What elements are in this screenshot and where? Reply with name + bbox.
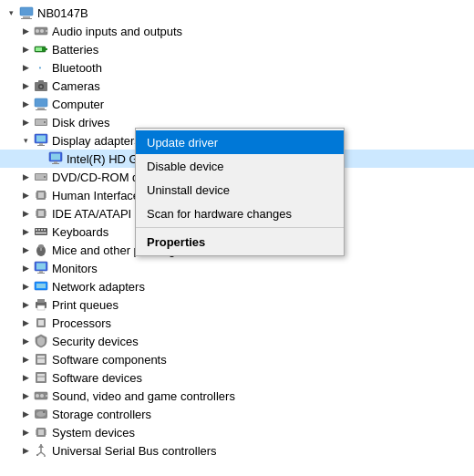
svg-rect-69 <box>37 356 45 363</box>
chevron-audio: ▶ <box>18 24 33 38</box>
chevron-displayadapters: ▾ <box>18 133 33 148</box>
tree-item-softwaredevices[interactable]: ▶Software devices <box>0 368 474 387</box>
svg-rect-17 <box>36 109 46 110</box>
tree-label-bluetooth: Bluetooth <box>52 61 102 75</box>
tree-item-computer[interactable]: ▶Computer <box>0 95 474 113</box>
tree-item-networkadapters[interactable]: ▶Network adapters <box>0 277 474 295</box>
svg-rect-65 <box>37 305 45 310</box>
printer-icon <box>33 296 49 313</box>
chevron-processors: ▶ <box>18 316 33 330</box>
svg-rect-51 <box>41 229 43 231</box>
svg-line-92 <box>41 452 45 455</box>
battery-icon <box>33 41 49 57</box>
tree-item-nb0147b[interactable]: ▾NB0147B <box>0 4 474 22</box>
svg-rect-8 <box>46 48 47 50</box>
tree-item-printqueues[interactable]: ▶Print queues <box>0 295 474 314</box>
svg-text:⬞: ⬞ <box>36 61 44 75</box>
menu-item-disable[interactable]: Disable device <box>136 154 344 178</box>
svg-point-56 <box>38 244 44 248</box>
chevron-securitydevices: ▶ <box>18 334 33 348</box>
tree-label-monitors: Monitors <box>52 262 98 275</box>
context-menu: Update driverDisable deviceUninstall dev… <box>135 128 345 256</box>
tree-label-softwaredevices: Software devices <box>52 371 142 385</box>
svg-rect-60 <box>37 273 45 274</box>
tree-item-audio[interactable]: ▶Audio inputs and outputs <box>0 22 474 40</box>
menu-item-uninstall[interactable]: Uninstall device <box>136 178 344 202</box>
svg-point-13 <box>40 86 43 88</box>
tree-label-processors: Processors <box>52 316 111 330</box>
tree-item-soundvideo[interactable]: ▶Sound, video and game controllers <box>0 387 474 405</box>
chip-icon <box>33 205 49 222</box>
tree-label-printqueues: Print queues <box>52 298 118 312</box>
chevron-softwarecomponents: ▶ <box>18 352 33 367</box>
svg-point-20 <box>44 121 46 123</box>
svg-rect-33 <box>38 192 44 198</box>
svg-rect-26 <box>51 154 60 160</box>
svg-rect-64 <box>37 299 45 303</box>
tree-item-softwarecomponents[interactable]: ▶Software components <box>0 350 474 368</box>
svg-rect-49 <box>36 229 37 231</box>
tree-label-networkadapters: Network adapters <box>52 280 145 294</box>
tree-label-displayadapters: Display adapters <box>52 134 140 148</box>
svg-rect-22 <box>36 136 46 142</box>
tree-label-diskdrives: Disk drives <box>52 116 110 129</box>
chevron-bluetooth: ▶ <box>18 60 33 75</box>
chip-icon <box>33 187 49 203</box>
svg-rect-93 <box>36 454 38 456</box>
chevron-monitors: ▶ <box>18 261 33 275</box>
svg-point-75 <box>36 394 39 398</box>
svg-rect-67 <box>38 320 44 326</box>
chip-icon <box>33 424 49 440</box>
svg-rect-59 <box>39 271 43 273</box>
svg-point-31 <box>44 176 46 178</box>
monitor-icon <box>33 132 49 149</box>
mouse-icon <box>33 242 49 258</box>
tree-label-softwarecomponents: Software components <box>52 353 167 367</box>
tree-label-keyboards: Keyboards <box>52 225 108 239</box>
software-icon <box>33 351 49 367</box>
svg-point-94 <box>44 455 46 457</box>
tree-item-storagecontrollers[interactable]: ▶Storage controllers <box>0 405 474 423</box>
camera-icon <box>33 78 49 94</box>
tree-label-computer: Computer <box>52 98 104 111</box>
chevron-diskdrives: ▶ <box>18 115 33 129</box>
chevron-dvdcdrom: ▶ <box>18 170 33 184</box>
menu-item-scan[interactable]: Scan for hardware changes <box>136 202 344 225</box>
tree-item-bluetooth[interactable]: ▶⬞Bluetooth <box>0 58 474 77</box>
disk-icon <box>33 169 49 185</box>
svg-marker-90 <box>38 444 44 448</box>
svg-point-76 <box>40 394 44 398</box>
sound-icon <box>33 23 49 39</box>
security-icon <box>33 333 49 349</box>
tree-label-cameras: Cameras <box>52 79 100 93</box>
chevron-keyboards: ▶ <box>18 224 33 239</box>
svg-rect-9 <box>36 47 42 51</box>
chevron-usb: ▶ <box>18 443 33 458</box>
chevron-ideata: ▶ <box>18 206 33 221</box>
menu-item-update[interactable]: Update driver <box>136 130 344 154</box>
keyboard-icon <box>33 223 49 240</box>
svg-rect-24 <box>37 145 45 146</box>
svg-rect-28 <box>52 163 59 164</box>
svg-rect-41 <box>38 211 44 216</box>
tree-item-usb[interactable]: ▶Universal Serial Bus controllers <box>0 441 474 460</box>
tree-item-processors[interactable]: ▶Processors <box>0 314 474 332</box>
svg-rect-58 <box>36 264 46 270</box>
menu-item-properties[interactable]: Properties <box>136 230 344 254</box>
tree-item-monitors[interactable]: ▶Monitors <box>0 259 474 277</box>
svg-point-6 <box>46 30 47 32</box>
chevron-storagecontrollers: ▶ <box>18 407 33 421</box>
computer-icon <box>33 96 49 112</box>
tree-item-batteries[interactable]: ▶Batteries <box>0 40 474 58</box>
svg-point-4 <box>36 29 39 33</box>
tree-label-storagecontrollers: Storage controllers <box>52 408 151 421</box>
chevron-printqueues: ▶ <box>18 297 33 312</box>
tree-item-securitydevices[interactable]: ▶Security devices <box>0 332 474 350</box>
tree-label-usb: Universal Serial Bus controllers <box>52 444 217 458</box>
cpu-icon <box>33 315 49 331</box>
network-icon <box>33 278 49 295</box>
tree-item-cameras[interactable]: ▶Cameras <box>0 77 474 95</box>
tree-label-systemdevices: System devices <box>52 426 135 440</box>
tree-item-systemdevices[interactable]: ▶System devices <box>0 423 474 441</box>
chevron-computer: ▶ <box>18 97 33 111</box>
